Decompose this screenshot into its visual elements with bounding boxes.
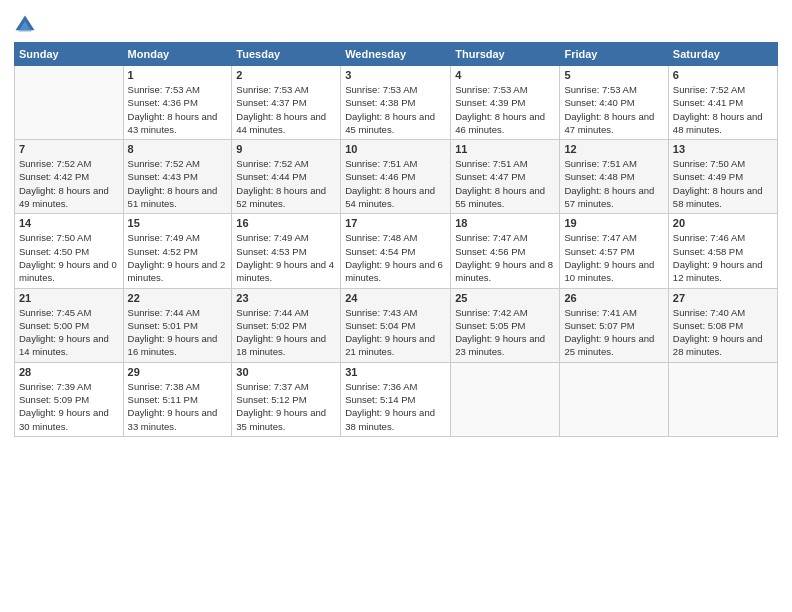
column-header-monday: Monday — [123, 43, 232, 66]
day-info: Sunrise: 7:45 AMSunset: 5:00 PMDaylight:… — [19, 306, 119, 359]
day-number: 25 — [455, 292, 555, 304]
calendar-cell: 8Sunrise: 7:52 AMSunset: 4:43 PMDaylight… — [123, 140, 232, 214]
calendar-cell: 27Sunrise: 7:40 AMSunset: 5:08 PMDayligh… — [668, 288, 777, 362]
calendar-cell: 10Sunrise: 7:51 AMSunset: 4:46 PMDayligh… — [341, 140, 451, 214]
calendar-cell: 7Sunrise: 7:52 AMSunset: 4:42 PMDaylight… — [15, 140, 124, 214]
day-info: Sunrise: 7:52 AMSunset: 4:43 PMDaylight:… — [128, 157, 228, 210]
day-info: Sunrise: 7:37 AMSunset: 5:12 PMDaylight:… — [236, 380, 336, 433]
day-number: 26 — [564, 292, 663, 304]
day-info: Sunrise: 7:49 AMSunset: 4:52 PMDaylight:… — [128, 231, 228, 284]
day-number: 14 — [19, 217, 119, 229]
day-number: 15 — [128, 217, 228, 229]
day-info: Sunrise: 7:47 AMSunset: 4:56 PMDaylight:… — [455, 231, 555, 284]
day-info: Sunrise: 7:53 AMSunset: 4:38 PMDaylight:… — [345, 83, 446, 136]
day-number: 31 — [345, 366, 446, 378]
calendar-cell: 5Sunrise: 7:53 AMSunset: 4:40 PMDaylight… — [560, 66, 668, 140]
day-number: 22 — [128, 292, 228, 304]
calendar-cell: 4Sunrise: 7:53 AMSunset: 4:39 PMDaylight… — [451, 66, 560, 140]
calendar-cell: 28Sunrise: 7:39 AMSunset: 5:09 PMDayligh… — [15, 362, 124, 436]
day-number: 21 — [19, 292, 119, 304]
calendar-cell: 15Sunrise: 7:49 AMSunset: 4:52 PMDayligh… — [123, 214, 232, 288]
calendar-cell: 3Sunrise: 7:53 AMSunset: 4:38 PMDaylight… — [341, 66, 451, 140]
calendar-cell: 12Sunrise: 7:51 AMSunset: 4:48 PMDayligh… — [560, 140, 668, 214]
calendar-cell: 1Sunrise: 7:53 AMSunset: 4:36 PMDaylight… — [123, 66, 232, 140]
day-number: 8 — [128, 143, 228, 155]
day-info: Sunrise: 7:53 AMSunset: 4:39 PMDaylight:… — [455, 83, 555, 136]
calendar-cell — [451, 362, 560, 436]
calendar-week-row: 28Sunrise: 7:39 AMSunset: 5:09 PMDayligh… — [15, 362, 778, 436]
day-info: Sunrise: 7:52 AMSunset: 4:41 PMDaylight:… — [673, 83, 773, 136]
logo-icon — [14, 14, 36, 36]
day-number: 12 — [564, 143, 663, 155]
calendar-cell: 22Sunrise: 7:44 AMSunset: 5:01 PMDayligh… — [123, 288, 232, 362]
calendar-week-row: 1Sunrise: 7:53 AMSunset: 4:36 PMDaylight… — [15, 66, 778, 140]
day-number: 29 — [128, 366, 228, 378]
calendar-cell: 17Sunrise: 7:48 AMSunset: 4:54 PMDayligh… — [341, 214, 451, 288]
day-info: Sunrise: 7:53 AMSunset: 4:36 PMDaylight:… — [128, 83, 228, 136]
calendar-cell: 26Sunrise: 7:41 AMSunset: 5:07 PMDayligh… — [560, 288, 668, 362]
day-number: 10 — [345, 143, 446, 155]
day-number: 28 — [19, 366, 119, 378]
day-number: 7 — [19, 143, 119, 155]
day-number: 11 — [455, 143, 555, 155]
calendar-cell: 2Sunrise: 7:53 AMSunset: 4:37 PMDaylight… — [232, 66, 341, 140]
calendar-cell — [560, 362, 668, 436]
day-info: Sunrise: 7:43 AMSunset: 5:04 PMDaylight:… — [345, 306, 446, 359]
day-info: Sunrise: 7:51 AMSunset: 4:48 PMDaylight:… — [564, 157, 663, 210]
day-number: 17 — [345, 217, 446, 229]
day-info: Sunrise: 7:49 AMSunset: 4:53 PMDaylight:… — [236, 231, 336, 284]
calendar-cell: 21Sunrise: 7:45 AMSunset: 5:00 PMDayligh… — [15, 288, 124, 362]
day-number: 5 — [564, 69, 663, 81]
column-header-friday: Friday — [560, 43, 668, 66]
day-info: Sunrise: 7:51 AMSunset: 4:47 PMDaylight:… — [455, 157, 555, 210]
calendar-cell: 19Sunrise: 7:47 AMSunset: 4:57 PMDayligh… — [560, 214, 668, 288]
day-info: Sunrise: 7:52 AMSunset: 4:44 PMDaylight:… — [236, 157, 336, 210]
day-number: 4 — [455, 69, 555, 81]
calendar-cell: 6Sunrise: 7:52 AMSunset: 4:41 PMDaylight… — [668, 66, 777, 140]
calendar-week-row: 21Sunrise: 7:45 AMSunset: 5:00 PMDayligh… — [15, 288, 778, 362]
day-info: Sunrise: 7:46 AMSunset: 4:58 PMDaylight:… — [673, 231, 773, 284]
day-number: 13 — [673, 143, 773, 155]
calendar-table: SundayMondayTuesdayWednesdayThursdayFrid… — [14, 42, 778, 437]
calendar-cell: 25Sunrise: 7:42 AMSunset: 5:05 PMDayligh… — [451, 288, 560, 362]
day-number: 30 — [236, 366, 336, 378]
column-header-tuesday: Tuesday — [232, 43, 341, 66]
day-number: 3 — [345, 69, 446, 81]
calendar-week-row: 7Sunrise: 7:52 AMSunset: 4:42 PMDaylight… — [15, 140, 778, 214]
day-info: Sunrise: 7:36 AMSunset: 5:14 PMDaylight:… — [345, 380, 446, 433]
day-number: 27 — [673, 292, 773, 304]
calendar-cell: 20Sunrise: 7:46 AMSunset: 4:58 PMDayligh… — [668, 214, 777, 288]
day-info: Sunrise: 7:53 AMSunset: 4:40 PMDaylight:… — [564, 83, 663, 136]
calendar-cell: 31Sunrise: 7:36 AMSunset: 5:14 PMDayligh… — [341, 362, 451, 436]
calendar-cell: 9Sunrise: 7:52 AMSunset: 4:44 PMDaylight… — [232, 140, 341, 214]
day-number: 20 — [673, 217, 773, 229]
day-number: 19 — [564, 217, 663, 229]
calendar-week-row: 14Sunrise: 7:50 AMSunset: 4:50 PMDayligh… — [15, 214, 778, 288]
day-info: Sunrise: 7:42 AMSunset: 5:05 PMDaylight:… — [455, 306, 555, 359]
day-number: 6 — [673, 69, 773, 81]
calendar-cell: 23Sunrise: 7:44 AMSunset: 5:02 PMDayligh… — [232, 288, 341, 362]
day-info: Sunrise: 7:41 AMSunset: 5:07 PMDaylight:… — [564, 306, 663, 359]
day-info: Sunrise: 7:53 AMSunset: 4:37 PMDaylight:… — [236, 83, 336, 136]
day-info: Sunrise: 7:50 AMSunset: 4:50 PMDaylight:… — [19, 231, 119, 284]
column-header-saturday: Saturday — [668, 43, 777, 66]
day-number: 9 — [236, 143, 336, 155]
calendar-cell — [15, 66, 124, 140]
calendar-cell: 14Sunrise: 7:50 AMSunset: 4:50 PMDayligh… — [15, 214, 124, 288]
calendar-cell: 24Sunrise: 7:43 AMSunset: 5:04 PMDayligh… — [341, 288, 451, 362]
day-number: 2 — [236, 69, 336, 81]
day-info: Sunrise: 7:51 AMSunset: 4:46 PMDaylight:… — [345, 157, 446, 210]
day-info: Sunrise: 7:52 AMSunset: 4:42 PMDaylight:… — [19, 157, 119, 210]
day-info: Sunrise: 7:50 AMSunset: 4:49 PMDaylight:… — [673, 157, 773, 210]
day-number: 23 — [236, 292, 336, 304]
day-info: Sunrise: 7:38 AMSunset: 5:11 PMDaylight:… — [128, 380, 228, 433]
day-info: Sunrise: 7:44 AMSunset: 5:01 PMDaylight:… — [128, 306, 228, 359]
day-number: 18 — [455, 217, 555, 229]
day-number: 1 — [128, 69, 228, 81]
calendar-cell — [668, 362, 777, 436]
page-container: SundayMondayTuesdayWednesdayThursdayFrid… — [0, 0, 792, 447]
day-info: Sunrise: 7:48 AMSunset: 4:54 PMDaylight:… — [345, 231, 446, 284]
calendar-header-row: SundayMondayTuesdayWednesdayThursdayFrid… — [15, 43, 778, 66]
column-header-thursday: Thursday — [451, 43, 560, 66]
column-header-wednesday: Wednesday — [341, 43, 451, 66]
